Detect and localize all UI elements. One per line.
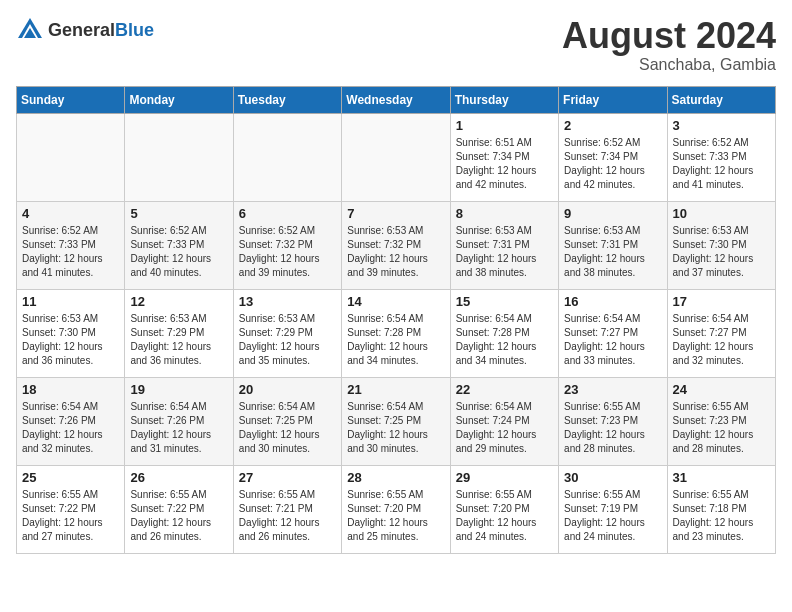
calendar-cell: 15Sunrise: 6:54 AMSunset: 7:28 PMDayligh… — [450, 289, 558, 377]
logo-icon — [16, 16, 44, 44]
page-header: GeneralBlue August 2024 Sanchaba, Gambia — [16, 16, 776, 74]
calendar-cell: 5Sunrise: 6:52 AMSunset: 7:33 PMDaylight… — [125, 201, 233, 289]
day-number: 18 — [22, 382, 119, 397]
day-number: 15 — [456, 294, 553, 309]
day-number: 9 — [564, 206, 661, 221]
calendar-cell: 23Sunrise: 6:55 AMSunset: 7:23 PMDayligh… — [559, 377, 667, 465]
day-info: Sunrise: 6:54 AMSunset: 7:24 PMDaylight:… — [456, 400, 553, 456]
day-info: Sunrise: 6:54 AMSunset: 7:26 PMDaylight:… — [22, 400, 119, 456]
header-tuesday: Tuesday — [233, 86, 341, 113]
day-number: 7 — [347, 206, 444, 221]
calendar-cell: 2Sunrise: 6:52 AMSunset: 7:34 PMDaylight… — [559, 113, 667, 201]
day-number: 12 — [130, 294, 227, 309]
calendar-cell: 8Sunrise: 6:53 AMSunset: 7:31 PMDaylight… — [450, 201, 558, 289]
week-row-4: 18Sunrise: 6:54 AMSunset: 7:26 PMDayligh… — [17, 377, 776, 465]
day-info: Sunrise: 6:52 AMSunset: 7:33 PMDaylight:… — [130, 224, 227, 280]
header-wednesday: Wednesday — [342, 86, 450, 113]
day-number: 10 — [673, 206, 770, 221]
day-info: Sunrise: 6:53 AMSunset: 7:32 PMDaylight:… — [347, 224, 444, 280]
day-header-row: Sunday Monday Tuesday Wednesday Thursday… — [17, 86, 776, 113]
day-number: 1 — [456, 118, 553, 133]
day-info: Sunrise: 6:53 AMSunset: 7:31 PMDaylight:… — [456, 224, 553, 280]
calendar-location: Sanchaba, Gambia — [562, 56, 776, 74]
calendar-cell: 26Sunrise: 6:55 AMSunset: 7:22 PMDayligh… — [125, 465, 233, 553]
day-info: Sunrise: 6:53 AMSunset: 7:31 PMDaylight:… — [564, 224, 661, 280]
calendar-table: Sunday Monday Tuesday Wednesday Thursday… — [16, 86, 776, 554]
calendar-cell: 24Sunrise: 6:55 AMSunset: 7:23 PMDayligh… — [667, 377, 775, 465]
day-info: Sunrise: 6:55 AMSunset: 7:21 PMDaylight:… — [239, 488, 336, 544]
day-info: Sunrise: 6:54 AMSunset: 7:27 PMDaylight:… — [673, 312, 770, 368]
calendar-cell: 9Sunrise: 6:53 AMSunset: 7:31 PMDaylight… — [559, 201, 667, 289]
week-row-3: 11Sunrise: 6:53 AMSunset: 7:30 PMDayligh… — [17, 289, 776, 377]
calendar-cell: 14Sunrise: 6:54 AMSunset: 7:28 PMDayligh… — [342, 289, 450, 377]
week-row-1: 1Sunrise: 6:51 AMSunset: 7:34 PMDaylight… — [17, 113, 776, 201]
calendar-cell — [125, 113, 233, 201]
day-number: 21 — [347, 382, 444, 397]
title-block: August 2024 Sanchaba, Gambia — [562, 16, 776, 74]
day-info: Sunrise: 6:54 AMSunset: 7:28 PMDaylight:… — [347, 312, 444, 368]
day-info: Sunrise: 6:55 AMSunset: 7:23 PMDaylight:… — [564, 400, 661, 456]
day-info: Sunrise: 6:54 AMSunset: 7:25 PMDaylight:… — [347, 400, 444, 456]
calendar-cell: 20Sunrise: 6:54 AMSunset: 7:25 PMDayligh… — [233, 377, 341, 465]
calendar-cell: 19Sunrise: 6:54 AMSunset: 7:26 PMDayligh… — [125, 377, 233, 465]
logo-blue-text: Blue — [115, 20, 154, 40]
day-number: 16 — [564, 294, 661, 309]
calendar-cell: 10Sunrise: 6:53 AMSunset: 7:30 PMDayligh… — [667, 201, 775, 289]
calendar-cell: 13Sunrise: 6:53 AMSunset: 7:29 PMDayligh… — [233, 289, 341, 377]
day-info: Sunrise: 6:55 AMSunset: 7:22 PMDaylight:… — [130, 488, 227, 544]
day-number: 3 — [673, 118, 770, 133]
day-info: Sunrise: 6:55 AMSunset: 7:18 PMDaylight:… — [673, 488, 770, 544]
day-number: 22 — [456, 382, 553, 397]
day-info: Sunrise: 6:54 AMSunset: 7:27 PMDaylight:… — [564, 312, 661, 368]
day-number: 6 — [239, 206, 336, 221]
day-info: Sunrise: 6:53 AMSunset: 7:30 PMDaylight:… — [22, 312, 119, 368]
calendar-cell: 17Sunrise: 6:54 AMSunset: 7:27 PMDayligh… — [667, 289, 775, 377]
day-number: 25 — [22, 470, 119, 485]
calendar-cell: 3Sunrise: 6:52 AMSunset: 7:33 PMDaylight… — [667, 113, 775, 201]
calendar-cell: 11Sunrise: 6:53 AMSunset: 7:30 PMDayligh… — [17, 289, 125, 377]
day-info: Sunrise: 6:52 AMSunset: 7:33 PMDaylight:… — [673, 136, 770, 192]
day-number: 2 — [564, 118, 661, 133]
calendar-cell: 12Sunrise: 6:53 AMSunset: 7:29 PMDayligh… — [125, 289, 233, 377]
day-info: Sunrise: 6:51 AMSunset: 7:34 PMDaylight:… — [456, 136, 553, 192]
week-row-2: 4Sunrise: 6:52 AMSunset: 7:33 PMDaylight… — [17, 201, 776, 289]
calendar-cell — [17, 113, 125, 201]
day-info: Sunrise: 6:55 AMSunset: 7:20 PMDaylight:… — [347, 488, 444, 544]
calendar-cell: 29Sunrise: 6:55 AMSunset: 7:20 PMDayligh… — [450, 465, 558, 553]
calendar-cell: 30Sunrise: 6:55 AMSunset: 7:19 PMDayligh… — [559, 465, 667, 553]
day-info: Sunrise: 6:54 AMSunset: 7:26 PMDaylight:… — [130, 400, 227, 456]
day-number: 4 — [22, 206, 119, 221]
calendar-cell: 28Sunrise: 6:55 AMSunset: 7:20 PMDayligh… — [342, 465, 450, 553]
day-info: Sunrise: 6:53 AMSunset: 7:29 PMDaylight:… — [130, 312, 227, 368]
day-number: 11 — [22, 294, 119, 309]
header-sunday: Sunday — [17, 86, 125, 113]
calendar-cell: 21Sunrise: 6:54 AMSunset: 7:25 PMDayligh… — [342, 377, 450, 465]
day-info: Sunrise: 6:52 AMSunset: 7:32 PMDaylight:… — [239, 224, 336, 280]
day-info: Sunrise: 6:54 AMSunset: 7:25 PMDaylight:… — [239, 400, 336, 456]
day-info: Sunrise: 6:55 AMSunset: 7:20 PMDaylight:… — [456, 488, 553, 544]
calendar-cell: 4Sunrise: 6:52 AMSunset: 7:33 PMDaylight… — [17, 201, 125, 289]
day-info: Sunrise: 6:52 AMSunset: 7:33 PMDaylight:… — [22, 224, 119, 280]
day-info: Sunrise: 6:54 AMSunset: 7:28 PMDaylight:… — [456, 312, 553, 368]
day-number: 20 — [239, 382, 336, 397]
calendar-cell: 18Sunrise: 6:54 AMSunset: 7:26 PMDayligh… — [17, 377, 125, 465]
header-saturday: Saturday — [667, 86, 775, 113]
calendar-cell: 6Sunrise: 6:52 AMSunset: 7:32 PMDaylight… — [233, 201, 341, 289]
calendar-cell: 31Sunrise: 6:55 AMSunset: 7:18 PMDayligh… — [667, 465, 775, 553]
day-number: 27 — [239, 470, 336, 485]
day-number: 19 — [130, 382, 227, 397]
day-info: Sunrise: 6:55 AMSunset: 7:22 PMDaylight:… — [22, 488, 119, 544]
day-number: 24 — [673, 382, 770, 397]
day-number: 31 — [673, 470, 770, 485]
calendar-title: August 2024 — [562, 16, 776, 56]
calendar-cell — [342, 113, 450, 201]
day-number: 14 — [347, 294, 444, 309]
calendar-cell — [233, 113, 341, 201]
calendar-cell: 1Sunrise: 6:51 AMSunset: 7:34 PMDaylight… — [450, 113, 558, 201]
day-info: Sunrise: 6:55 AMSunset: 7:19 PMDaylight:… — [564, 488, 661, 544]
logo-general-text: General — [48, 20, 115, 40]
logo: GeneralBlue — [16, 16, 154, 44]
day-number: 8 — [456, 206, 553, 221]
day-info: Sunrise: 6:53 AMSunset: 7:29 PMDaylight:… — [239, 312, 336, 368]
calendar-cell: 27Sunrise: 6:55 AMSunset: 7:21 PMDayligh… — [233, 465, 341, 553]
